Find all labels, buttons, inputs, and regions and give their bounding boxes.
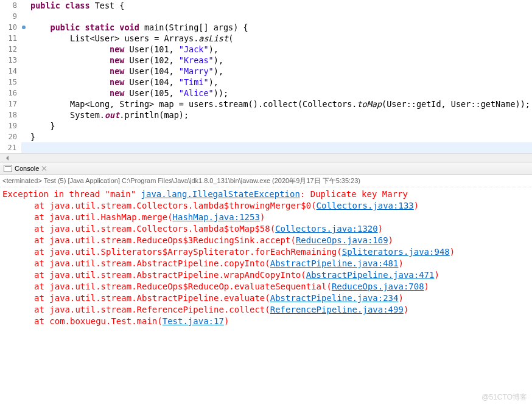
code-line[interactable]: 17 Map<Long, String> map = users.stream(… bbox=[0, 99, 532, 109]
stack-trace-line: at com.boxuegu.Test.main(Test.java:17) bbox=[0, 316, 532, 327]
line-number: 13 bbox=[0, 55, 22, 66]
source-link[interactable]: AbstractPipeline.java:471 bbox=[306, 270, 435, 280]
source-link[interactable]: ReferencePipeline.java:499 bbox=[270, 305, 404, 314]
console-output[interactable]: Exception in thread "main" java.lang.Ill… bbox=[0, 187, 532, 405]
line-number: 9 bbox=[0, 11, 22, 22]
stack-trace-line: at java.util.stream.Collectors.lambda$th… bbox=[0, 200, 532, 212]
code-line[interactable]: 18 System.out.println(map); bbox=[0, 109, 532, 120]
code-content[interactable]: public static void main(String[] args) { bbox=[22, 22, 248, 33]
code-line[interactable]: 19 } bbox=[0, 120, 532, 131]
stack-trace-line: at java.util.HashMap.merge(HashMap.java:… bbox=[0, 212, 532, 223]
stack-trace-line: at java.util.stream.AbstractPipeline.eva… bbox=[0, 292, 532, 304]
source-link[interactable]: AbstractPipeline.java:481 bbox=[270, 258, 399, 268]
source-link[interactable]: Collectors.java:1320 bbox=[275, 224, 378, 234]
line-number: 8 bbox=[0, 0, 22, 11]
code-line[interactable]: 10 public static void main(String[] args… bbox=[0, 22, 532, 33]
code-content[interactable] bbox=[22, 11, 30, 22]
code-line[interactable]: 21 bbox=[0, 142, 532, 153]
code-line[interactable]: 13 new User(102, "Kreas"), bbox=[0, 55, 532, 66]
code-content[interactable]: new User(105, "Alice")); bbox=[22, 88, 228, 99]
code-content[interactable]: } bbox=[22, 131, 35, 142]
source-link[interactable]: Spliterators.java:948 bbox=[342, 247, 450, 257]
horizontal-scroll-indicator[interactable] bbox=[0, 153, 532, 162]
stack-trace-line: at java.util.stream.AbstractPipeline.wra… bbox=[0, 269, 532, 281]
code-content[interactable]: public class Test { bbox=[22, 0, 124, 11]
console-tab-bar: Console bbox=[0, 162, 532, 175]
line-number: 16 bbox=[0, 88, 22, 99]
line-number: 21 bbox=[0, 142, 21, 153]
code-line[interactable]: 15 new User(104, "Timi"), bbox=[0, 77, 532, 88]
line-number: 20 bbox=[0, 131, 22, 142]
code-content[interactable]: List<User> users = Arrays.asList( bbox=[22, 33, 233, 44]
source-link[interactable]: ReduceOps.java:169 bbox=[296, 235, 388, 245]
stack-trace-line: at java.util.stream.ReduceOps$ReduceOp.e… bbox=[0, 281, 532, 292]
code-content[interactable]: new User(101, "Jack"), bbox=[22, 44, 219, 55]
line-number: 11 bbox=[0, 33, 22, 44]
source-link[interactable]: Test.java:17 bbox=[163, 316, 224, 326]
line-number: 19 bbox=[0, 120, 22, 131]
line-number: 17 bbox=[0, 99, 22, 109]
console-icon bbox=[4, 165, 12, 172]
code-content[interactable]: System.out.println(map); bbox=[22, 109, 189, 120]
code-content[interactable]: new User(104, "Marry"), bbox=[22, 66, 223, 77]
console-tab-label[interactable]: Console bbox=[15, 165, 39, 172]
override-marker-icon bbox=[22, 26, 26, 29]
code-line[interactable]: 12 new User(101, "Jack"), bbox=[0, 44, 532, 55]
source-link[interactable]: java.lang.IllegalStateException bbox=[141, 189, 300, 199]
code-content[interactable]: new User(102, "Kreas"), bbox=[22, 55, 223, 66]
stack-trace-line: at java.util.stream.ReduceOps$3ReducingS… bbox=[0, 235, 532, 246]
watermark: @51CTO博客 bbox=[481, 392, 527, 403]
code-content[interactable]: } bbox=[22, 120, 55, 131]
source-link[interactable]: Collectors.java:133 bbox=[317, 201, 414, 210]
stack-trace-line: at java.util.Spliterators$ArraySpliterat… bbox=[0, 246, 532, 258]
line-number: 14 bbox=[0, 66, 22, 77]
code-line[interactable]: 20} bbox=[0, 131, 532, 142]
source-link[interactable]: HashMap.java:1253 bbox=[173, 212, 260, 222]
code-line[interactable]: 14 new User(104, "Marry"), bbox=[0, 66, 532, 77]
line-number: 15 bbox=[0, 77, 22, 88]
source-link[interactable]: ReduceOps.java:708 bbox=[332, 282, 424, 291]
stack-trace-line: at java.util.stream.AbstractPipeline.cop… bbox=[0, 258, 532, 269]
launch-status: <terminated> Test (5) [Java Application]… bbox=[0, 175, 532, 187]
code-line[interactable]: 9 bbox=[0, 11, 532, 22]
code-line[interactable]: 16 new User(105, "Alice")); bbox=[0, 88, 532, 99]
code-line[interactable]: 11 List<User> users = Arrays.asList( bbox=[0, 33, 532, 44]
code-editor[interactable]: 8public class Test {910 public static vo… bbox=[0, 0, 532, 153]
code-content[interactable]: new User(104, "Timi"), bbox=[22, 77, 219, 88]
close-icon[interactable] bbox=[41, 165, 47, 171]
code-content[interactable]: Map<Long, String> map = users.stream().c… bbox=[22, 99, 530, 109]
stack-trace-line: at java.util.stream.ReferencePipeline.co… bbox=[0, 304, 532, 316]
line-number: 10 bbox=[0, 22, 22, 33]
line-number: 18 bbox=[0, 109, 22, 120]
code-content[interactable] bbox=[21, 142, 532, 153]
stack-trace-line: Exception in thread "main" java.lang.Ill… bbox=[0, 189, 532, 200]
line-number: 12 bbox=[0, 44, 22, 55]
stack-trace-line: at java.util.stream.Collectors.lambda$to… bbox=[0, 223, 532, 235]
source-link[interactable]: AbstractPipeline.java:234 bbox=[270, 293, 399, 303]
code-line[interactable]: 8public class Test { bbox=[0, 0, 532, 11]
